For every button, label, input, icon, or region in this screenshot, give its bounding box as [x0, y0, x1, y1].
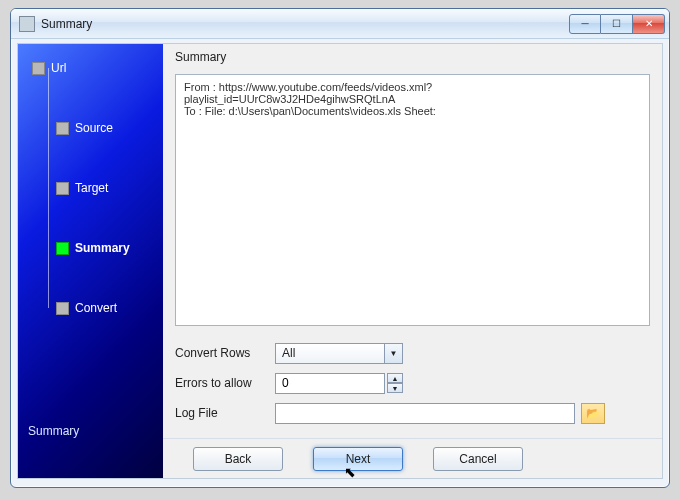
- step-marker: [56, 302, 69, 315]
- tree-line: [48, 68, 49, 308]
- step-label: Target: [75, 181, 108, 195]
- step-label: Source: [75, 121, 113, 135]
- step-marker: [56, 122, 69, 135]
- step-source[interactable]: Source: [56, 118, 163, 138]
- sidebar-footer: Summary: [18, 408, 163, 478]
- row-errors: Errors to allow ▲ ▼: [175, 370, 650, 396]
- convert-rows-value: All: [275, 343, 385, 364]
- body: Url Source Target Summary: [18, 44, 662, 478]
- step-url[interactable]: Url: [32, 58, 163, 78]
- chevron-down-icon: ▼: [392, 385, 399, 392]
- minimize-icon: ─: [581, 19, 588, 29]
- step-marker: [56, 182, 69, 195]
- main-panel: Summary Convert Rows All ▼: [163, 44, 662, 478]
- window-controls: ─ ☐ ✕: [569, 14, 665, 34]
- summary-textarea[interactable]: [175, 74, 650, 326]
- chevron-up-icon: ▲: [392, 375, 399, 382]
- cursor-icon: ⬉: [344, 464, 356, 480]
- titlebar[interactable]: Summary ─ ☐ ✕: [11, 9, 669, 39]
- convert-rows-dropdown-button[interactable]: ▼: [385, 343, 403, 364]
- chevron-down-icon: ▼: [390, 349, 398, 358]
- cancel-label: Cancel: [459, 452, 496, 466]
- window-title: Summary: [41, 17, 92, 31]
- button-bar: Back Next ⬉ Cancel: [163, 438, 662, 478]
- options-form: Convert Rows All ▼ Errors to allow: [163, 336, 662, 438]
- row-logfile: Log File 📂: [175, 400, 650, 426]
- errors-spinner[interactable]: ▲ ▼: [275, 373, 403, 394]
- errors-label: Errors to allow: [175, 376, 275, 390]
- next-button[interactable]: Next ⬉: [313, 447, 403, 471]
- logfile-input[interactable]: [275, 403, 575, 424]
- step-marker: [32, 62, 45, 75]
- back-label: Back: [225, 452, 252, 466]
- maximize-icon: ☐: [612, 19, 621, 29]
- step-summary[interactable]: Summary: [56, 238, 163, 258]
- step-target[interactable]: Target: [56, 178, 163, 198]
- wizard-sidebar: Url Source Target Summary: [18, 44, 163, 478]
- convert-rows-label: Convert Rows: [175, 346, 275, 360]
- close-button[interactable]: ✕: [633, 14, 665, 34]
- next-label: Next: [346, 452, 371, 466]
- cancel-button[interactable]: Cancel: [433, 447, 523, 471]
- wizard-steps: Url Source Target Summary: [18, 58, 163, 318]
- errors-spin-down[interactable]: ▼: [387, 383, 403, 393]
- errors-input[interactable]: [275, 373, 385, 394]
- minimize-button[interactable]: ─: [569, 14, 601, 34]
- step-label: Url: [51, 61, 66, 75]
- summary-wrap: [175, 74, 650, 326]
- client-area: Url Source Target Summary: [17, 43, 663, 479]
- step-marker-active: [56, 242, 69, 255]
- app-icon: [19, 16, 35, 32]
- folder-icon: 📂: [586, 407, 600, 420]
- app-window: Summary ─ ☐ ✕ Url Source: [10, 8, 670, 488]
- row-convert-rows: Convert Rows All ▼: [175, 340, 650, 366]
- step-convert[interactable]: Convert: [56, 298, 163, 318]
- step-label: Convert: [75, 301, 117, 315]
- convert-rows-combo[interactable]: All ▼: [275, 343, 403, 364]
- close-icon: ✕: [645, 19, 653, 29]
- logfile-browse-button[interactable]: 📂: [581, 403, 605, 424]
- step-label: Summary: [75, 241, 130, 255]
- errors-spin-buttons: ▲ ▼: [387, 373, 403, 393]
- section-header: Summary: [163, 44, 662, 74]
- maximize-button[interactable]: ☐: [601, 14, 633, 34]
- logfile-label: Log File: [175, 406, 275, 420]
- back-button[interactable]: Back: [193, 447, 283, 471]
- errors-spin-up[interactable]: ▲: [387, 373, 403, 383]
